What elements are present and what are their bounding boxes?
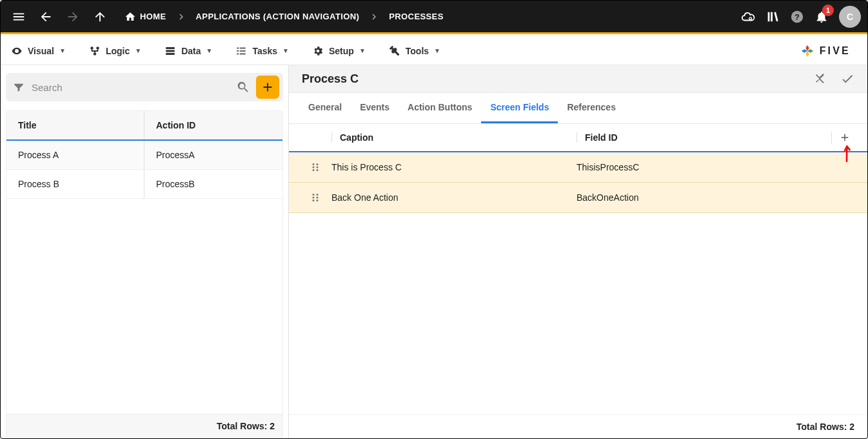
- col-title[interactable]: Title: [6, 111, 144, 139]
- process-list: Title Action ID Process AProcessAProcess…: [6, 110, 283, 438]
- check-icon[interactable]: [840, 72, 854, 86]
- menu-tasks-label: Tasks: [252, 46, 277, 56]
- cell-caption: This is Process C: [331, 162, 577, 172]
- svg-text:?: ?: [794, 12, 800, 21]
- left-total-rows: Total Rows: 2: [6, 414, 282, 438]
- col-action-id[interactable]: Action ID: [144, 111, 282, 139]
- up-icon[interactable]: [88, 5, 112, 28]
- search-bar: [6, 73, 283, 101]
- menu-tools[interactable]: Tools▼: [389, 45, 440, 57]
- svg-point-8: [313, 169, 315, 171]
- cloud-icon[interactable]: [741, 10, 755, 24]
- field-row[interactable]: This is Process CThisisProcessC: [289, 152, 867, 183]
- help-icon[interactable]: ?: [790, 10, 804, 24]
- search-input[interactable]: [32, 82, 230, 93]
- cell-action-id: ProcessB: [144, 170, 282, 198]
- col-field-id[interactable]: Field ID: [577, 132, 831, 143]
- menu-logic[interactable]: Logic▼: [89, 45, 141, 57]
- menu-tools-label: Tools: [406, 46, 429, 56]
- breadcrumb-applications-label: APPLICATIONS (ACTION NAVIGATION): [196, 12, 360, 21]
- add-field-button[interactable]: [831, 132, 857, 143]
- table-row[interactable]: Process AProcessA: [6, 141, 282, 170]
- menu-setup[interactable]: Setup▼: [312, 45, 366, 57]
- svg-point-6: [313, 163, 315, 165]
- notifications-icon[interactable]: 1: [814, 10, 829, 24]
- breadcrumb-home[interactable]: HOME: [121, 8, 170, 25]
- svg-point-7: [313, 167, 315, 168]
- menu-logic-label: Logic: [106, 46, 130, 56]
- svg-point-15: [317, 194, 319, 196]
- forward-icon: [61, 5, 84, 28]
- col-caption[interactable]: Caption: [331, 132, 577, 143]
- svg-point-14: [313, 199, 315, 201]
- chevron-right-icon: [368, 11, 380, 23]
- svg-point-0: [749, 17, 752, 19]
- svg-point-13: [313, 197, 315, 199]
- search-icon[interactable]: [234, 80, 252, 94]
- menu-icon[interactable]: [7, 5, 30, 28]
- breadcrumb-processes[interactable]: PROCESSES: [385, 9, 447, 24]
- cell-field-id: BackOneAction: [577, 192, 857, 203]
- brand-logo: FIVE: [800, 44, 857, 58]
- svg-point-11: [317, 169, 319, 171]
- notification-badge: 1: [822, 5, 834, 16]
- svg-point-3: [90, 46, 94, 50]
- menu-visual[interactable]: Visual▼: [11, 45, 66, 57]
- filter-icon[interactable]: [10, 81, 28, 93]
- menu-data[interactable]: Data▼: [164, 45, 212, 57]
- back-icon[interactable]: [34, 5, 57, 28]
- right-total-rows: Total Rows: 2: [289, 414, 867, 438]
- close-icon[interactable]: [813, 72, 827, 86]
- brand-label: FIVE: [820, 45, 851, 57]
- menu-data-label: Data: [181, 46, 201, 56]
- menu-tasks[interactable]: Tasks▼: [235, 45, 289, 57]
- svg-point-17: [317, 199, 319, 201]
- tab-screen-fields[interactable]: Screen Fields: [481, 93, 558, 123]
- svg-point-12: [313, 194, 315, 196]
- svg-point-5: [94, 52, 97, 56]
- drag-handle-icon[interactable]: [299, 192, 331, 203]
- cell-action-id: ProcessA: [144, 141, 282, 169]
- avatar[interactable]: C: [839, 6, 861, 28]
- field-row[interactable]: Back One ActionBackOneAction: [289, 183, 867, 213]
- svg-point-10: [317, 167, 319, 168]
- drag-handle-icon[interactable]: [299, 161, 331, 173]
- detail-title: Process C: [302, 72, 359, 86]
- cell-title: Process A: [6, 141, 144, 169]
- tab-general[interactable]: General: [299, 93, 351, 123]
- svg-point-16: [317, 197, 319, 199]
- menu-setup-label: Setup: [329, 46, 354, 56]
- tab-references[interactable]: References: [558, 93, 625, 123]
- cell-title: Process B: [6, 170, 144, 198]
- table-row[interactable]: Process BProcessB: [6, 170, 282, 199]
- tab-events[interactable]: Events: [351, 93, 399, 123]
- cell-field-id: ThisisProcessC: [577, 162, 857, 172]
- library-icon[interactable]: [765, 10, 780, 24]
- add-button[interactable]: [256, 76, 279, 99]
- breadcrumb-applications[interactable]: APPLICATIONS (ACTION NAVIGATION): [192, 9, 364, 24]
- cell-caption: Back One Action: [331, 192, 577, 203]
- svg-point-4: [96, 46, 99, 50]
- menu-visual-label: Visual: [28, 46, 54, 56]
- breadcrumb: HOME APPLICATIONS (ACTION NAVIGATION) PR…: [121, 8, 448, 25]
- tab-action-buttons[interactable]: Action Buttons: [399, 93, 481, 123]
- breadcrumb-processes-label: PROCESSES: [389, 12, 443, 21]
- svg-point-9: [317, 163, 319, 165]
- chevron-right-icon: [175, 11, 187, 23]
- breadcrumb-home-label: HOME: [140, 12, 166, 21]
